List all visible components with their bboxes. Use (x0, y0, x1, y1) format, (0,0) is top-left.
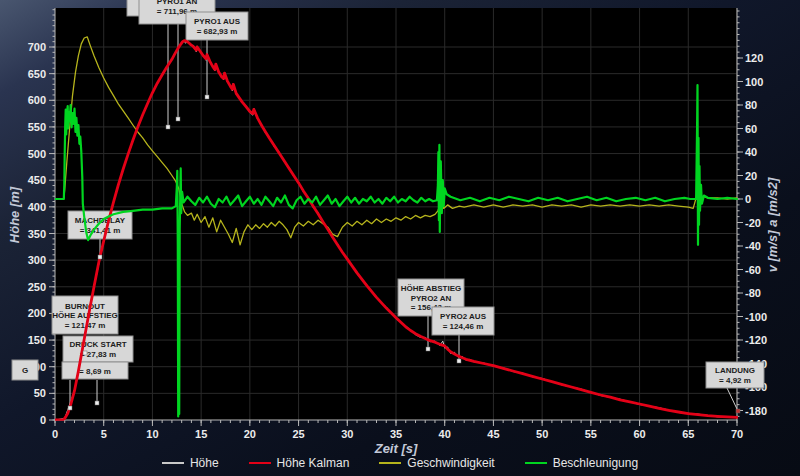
left-tick-label: 550 (28, 121, 46, 133)
left-tick-label: 600 (28, 94, 46, 106)
x-tick-label: 0 (52, 428, 58, 440)
x-tick-label: 5 (101, 428, 107, 440)
annotation-marker[interactable] (83, 351, 87, 355)
left-tick-label: 50 (34, 387, 46, 399)
left-axis-title: Höhe [m] (7, 187, 22, 243)
right-tick-label: -100 (745, 311, 767, 323)
right-tick-label: 100 (745, 76, 763, 88)
legend-label-hoehe: Höhe (190, 456, 219, 470)
legend: Höhe Höhe Kalman Geschwindigkeit Beschle… (0, 456, 800, 470)
left-tick-label: 400 (28, 201, 46, 213)
left-tick-label: 250 (28, 281, 46, 293)
annotation-line: HÖHE ABSTIEG (401, 284, 462, 293)
legend-swatch-hoehe (162, 462, 184, 464)
left-tick-label: 300 (28, 254, 46, 266)
left-tick-label: 700 (28, 41, 46, 53)
annotation-line: PYRO2 AN (411, 294, 452, 303)
x-tick-label: 65 (682, 428, 694, 440)
right-axis-title: v [m/s] a [m/s2] (765, 178, 780, 273)
legend-item-hoehe-kalman[interactable]: Höhe Kalman (249, 456, 350, 470)
right-tick-label: -180 (745, 405, 767, 417)
annotation-g-fragment[interactable]: G (12, 360, 38, 380)
x-tick-label: 30 (341, 428, 353, 440)
right-tick-label: 60 (745, 123, 757, 135)
annotation-marker[interactable] (176, 117, 180, 121)
x-tick-label: 35 (390, 428, 402, 440)
x-axis-title: Zeit [s] (375, 441, 418, 456)
annotation-line: = 682,93 m (197, 27, 238, 36)
right-tick-label: -120 (745, 334, 767, 346)
left-tick-label: 500 (28, 148, 46, 160)
x-tick-label: 45 (487, 428, 499, 440)
right-tick-label: 40 (745, 146, 757, 158)
annotation-line: = 4,92 m (719, 376, 751, 385)
right-tick-label: -20 (745, 217, 761, 229)
x-tick-label: 25 (292, 428, 304, 440)
flight-data-chart-window: 0510152025303540455055606570050100150200… (0, 0, 800, 476)
annotation-line: PYRO1 AN (157, 0, 198, 6)
annotation-line: LANDUNG (715, 366, 755, 375)
annotation-marker[interactable] (68, 406, 72, 410)
left-tick-label: 200 (28, 307, 46, 319)
legend-item-geschwindigkeit[interactable]: Geschwindigkeit (379, 456, 494, 470)
left-tick-label: 650 (28, 68, 46, 80)
x-tick-label: 15 (195, 428, 207, 440)
annotation-line: HÖHE AUFSTIEG (52, 311, 117, 320)
annotation-marker[interactable] (98, 255, 102, 259)
annotation-line: PYRO1 AUS (194, 17, 241, 26)
legend-swatch-geschwindigkeit (379, 462, 401, 464)
right-tick-label: -80 (745, 287, 761, 299)
annotation-marker[interactable] (426, 347, 430, 351)
annotation-druck-start-2[interactable]: = 8,69 m (62, 362, 128, 379)
right-tick-label: 20 (745, 170, 757, 182)
right-tick-label: -60 (745, 264, 761, 276)
annotation-marker[interactable] (95, 401, 99, 405)
legend-label-geschwindigkeit: Geschwindigkeit (407, 456, 494, 470)
annotation-line: = 124,46 m (443, 322, 484, 331)
left-tick-label: 350 (28, 228, 46, 240)
legend-swatch-beschleunigung (525, 462, 547, 464)
chart-canvas[interactable]: 0510152025303540455055606570050100150200… (0, 0, 800, 476)
legend-label-beschleunigung: Beschleunigung (553, 456, 638, 470)
annotation-marker[interactable] (736, 409, 740, 413)
left-tick-label: 0 (40, 414, 46, 426)
annotation-marker[interactable] (166, 125, 170, 129)
legend-item-hoehe[interactable]: Höhe (162, 456, 219, 470)
legend-label-hoehe-kalman: Höhe Kalman (277, 456, 350, 470)
right-tick-label: 0 (745, 193, 751, 205)
x-tick-label: 70 (731, 428, 743, 440)
annotation-line: PYRO2 AUS (440, 312, 487, 321)
annotation-marker[interactable] (205, 95, 209, 99)
x-tick-label: 50 (536, 428, 548, 440)
x-tick-label: 40 (439, 428, 451, 440)
x-tick-label: 20 (244, 428, 256, 440)
x-tick-label: 10 (146, 428, 158, 440)
right-tick-label: 120 (745, 52, 763, 64)
legend-item-beschleunigung[interactable]: Beschleunigung (525, 456, 638, 470)
right-tick-label: -40 (745, 240, 761, 252)
x-tick-label: 60 (633, 428, 645, 440)
x-tick-label: 55 (585, 428, 597, 440)
annotation-line: = 8,69 m (79, 367, 111, 376)
annotation-marker[interactable] (457, 359, 461, 363)
annotation-line: G (22, 366, 28, 375)
legend-swatch-hoehe-kalman (249, 462, 271, 465)
annotation-line: BURNOUT (65, 302, 105, 311)
annotation-line: DRUCK START (69, 340, 126, 349)
left-tick-label: 450 (28, 174, 46, 186)
right-tick-label: 80 (745, 99, 757, 111)
left-tick-label: 150 (28, 334, 46, 346)
